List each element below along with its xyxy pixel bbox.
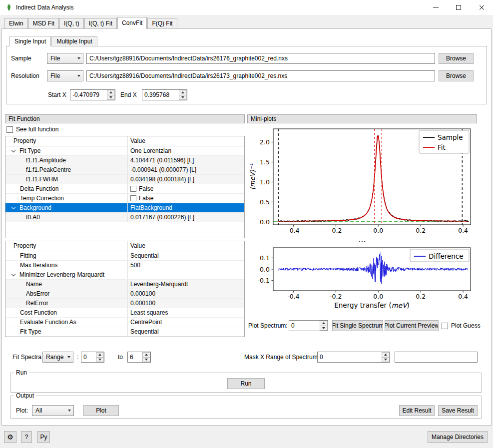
chevron-down-icon[interactable] [11,272,15,276]
x-axis-label: Energy transfer (meV) [334,301,409,309]
sample-path-input[interactable] [86,53,435,64]
property-name: Temp Correction [20,194,64,203]
resolution-browse-button[interactable]: Browse [439,70,474,81]
property-row-temp-correction[interactable]: Temp CorrectionFalse [5,194,244,203]
spin-down-button[interactable] [382,358,390,363]
tab-multiple-input[interactable]: Multiple Input [51,36,97,46]
chevron-down-icon [75,75,83,77]
resolution-path-input[interactable] [86,70,435,81]
svg-text:0.0: 0.0 [260,218,270,226]
svg-text:0.4: 0.4 [458,227,468,234]
tab-single-input[interactable]: Single Input [9,36,51,46]
tab-iqt-fit[interactable]: I(Q, t) Fit [84,18,117,28]
fit-spectra-mode-combo[interactable]: Range [42,352,73,363]
property-row-f1-f1-fwhm[interactable]: f1.f1.FWHM0.034198 (0.000184) [L] [5,175,244,184]
close-button[interactable] [470,0,493,15]
sample-fit-plot[interactable]: -0.4-0.20.00.20.40.00.51.01.52.0(meV)⁻¹S… [248,124,477,239]
property-row-evaluate-function-as[interactable]: Evaluate Function AsCentrePoint [5,318,244,327]
property-value: 0.017167 (0.000226) [L] [130,213,194,222]
spin-down-button[interactable] [320,326,328,331]
python-button[interactable]: Py [37,431,50,443]
tab-fq-fit[interactable]: F(Q) Fit [147,18,177,28]
checkbox-icon[interactable] [130,186,136,192]
property-row-background[interactable]: BackgroundFlatBackground [5,203,244,213]
column-header-value: Value [128,241,244,251]
property-row-f1-f1-peakcentre[interactable]: f1.f1.PeakCentre-0.000941 (0.000077) [L] [5,165,244,175]
settings-button[interactable]: ⚙ [4,431,16,443]
property-name: Fit Type [19,146,40,155]
fit-spectra-to-spinbox[interactable]: 6 [127,352,151,363]
mask-spectrum-spinbox[interactable]: 0 [317,352,390,363]
run-button[interactable]: Run [227,378,265,389]
sample-browse-button[interactable]: Browse [439,53,474,64]
spin-up-button[interactable] [96,352,104,358]
spin-up-button[interactable] [107,90,115,95]
svg-text:0.1: 0.1 [260,254,270,262]
property-value: 500 [130,261,140,270]
property-row-fit-type[interactable]: Fit TypeOne Lorentzian [5,146,244,156]
spin-up-button[interactable] [382,352,390,358]
property-row-delta-function[interactable]: Delta FunctionFalse [5,184,244,194]
property-row-abserror[interactable]: AbsError0.000100 [5,289,244,299]
start-x-spinbox[interactable]: -0.470979 [70,89,115,100]
property-row-cost-function[interactable]: Cost FunctionLeast squares [5,308,244,318]
maximize-button[interactable] [447,0,470,15]
difference-plot[interactable]: -0.4-0.20.00.20.4-0.10.00.1DifferenceEne… [248,245,477,313]
property-row-fitting[interactable]: FittingSequential [5,251,244,261]
help-button[interactable]: ? [21,431,32,443]
spin-down-button[interactable] [107,95,115,100]
save-result-button[interactable]: Save Result [438,405,478,416]
plot-guess-checkbox[interactable]: Plot Guess [442,320,481,331]
checkbox-icon [442,323,448,329]
spin-down-button[interactable] [142,358,150,363]
tab-convfit[interactable]: ConvFit [117,17,147,29]
see-full-function-checkbox[interactable]: See full function [6,124,58,135]
svg-text:-0.4: -0.4 [287,293,299,300]
spin-down-button[interactable] [96,358,104,363]
start-x-label: Start X [48,89,66,100]
output-plot-button[interactable]: Plot [83,405,119,416]
plot-label: Plot: [16,405,28,416]
spin-up-button[interactable] [320,321,328,326]
property-row-f0-a0[interactable]: f0.A00.017167 (0.000226) [L] [5,213,244,222]
end-x-spinbox[interactable]: 0.395768 [142,89,187,100]
minimize-button[interactable] [424,0,447,15]
checkbox-icon[interactable] [130,195,136,201]
mask-range-input[interactable] [395,352,478,363]
fit-single-spectrum-button[interactable]: Fit Single Spectrum [332,320,383,331]
property-row-minimizer-levenberg-marquardt[interactable]: Minimizer Levenberg-Marquardt [5,270,244,280]
property-name: Background [19,203,51,212]
splitter-handle[interactable]: ••• [248,239,477,244]
plot-current-preview-button[interactable]: Plot Current Preview [385,320,439,331]
table-header-row: PropertyValue [5,241,244,251]
manage-directories-button[interactable]: Manage Directories [428,431,488,443]
property-value: Sequential [130,327,159,336]
property-row-max-iterations[interactable]: Max Iterations500 [5,261,244,270]
sample-type-combo[interactable]: File [47,53,83,64]
property-name: Evaluate Function As [20,318,76,327]
property-value: One Lorentzian [130,146,171,155]
property-name: RelError [26,299,48,308]
property-row-fit-type[interactable]: Fit TypeSequential [5,327,244,337]
property-value: FlatBackground [130,203,172,212]
chevron-down-icon[interactable] [11,205,15,209]
edit-result-button[interactable]: Edit Result [399,405,435,416]
resolution-label: Resolution [11,70,39,81]
chevron-down-icon[interactable] [11,148,15,152]
output-plot-combo[interactable]: All [32,405,74,416]
resolution-type-combo[interactable]: File [47,70,83,81]
property-row-name[interactable]: NameLevenberg-Marquardt [5,280,244,289]
tab-iqt[interactable]: I(Q, t) [59,18,84,28]
property-row-relerror[interactable]: RelError0.000100 [5,299,244,308]
plot-spectrum-spinbox[interactable]: 0 [289,320,328,331]
svg-text:0.0: 0.0 [260,266,270,273]
fit-spectra-from-spinbox[interactable]: 0 [81,352,104,363]
tab-msd-fit[interactable]: MSD Fit [28,18,59,28]
tab-elwin[interactable]: Elwin [4,18,28,28]
spin-up-button[interactable] [142,352,150,358]
column-header-value: Value [128,136,244,146]
property-row-f1-f1-amplitude[interactable]: f1.f1.Amplitude4.104471 (0.011596) [L] [5,156,244,165]
spin-down-button[interactable] [179,95,187,100]
spin-up-button[interactable] [179,90,187,95]
table-header-row: PropertyValue [5,136,244,146]
